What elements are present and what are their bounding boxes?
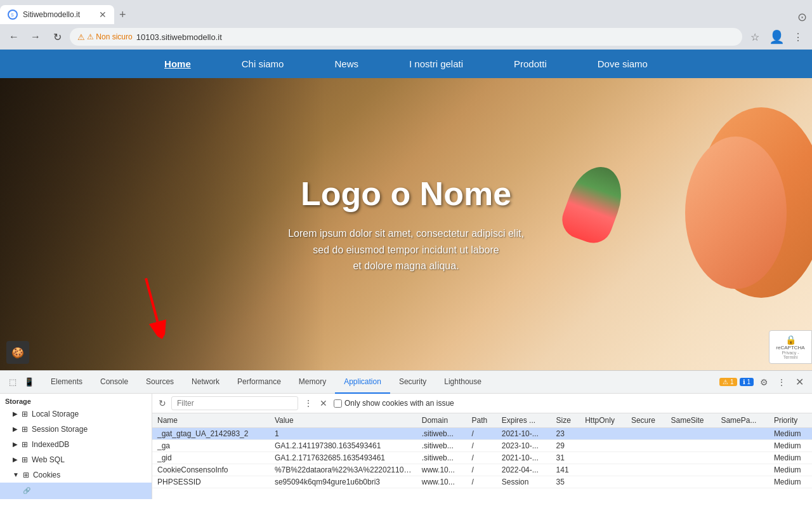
filter-input[interactable]	[171, 396, 298, 410]
hero-section: Logo o Nome Lorem ipsum dolor sit amet, …	[0, 78, 812, 370]
sidebar-indexeddb[interactable]: ▶ ⊞ IndexedDB	[0, 437, 152, 452]
back-button[interactable]: ←	[5, 28, 23, 46]
table-cell: Medium	[769, 428, 812, 440]
table-cell: 2021-10-...	[497, 452, 551, 464]
recaptcha-badge: 🔒 reCAPTCHA Privacy - Termini	[769, 330, 812, 364]
website-content: Home Chi siamo News I nostri gelati Prod…	[0, 50, 812, 370]
tab-bar: S Sitiwebmodello.it ✕ + ⊙	[0, 0, 812, 24]
warn-badge: ⚠ 1	[719, 378, 737, 386]
devtools-tab-actions: ⚠ 1 ℹ 1 ⚙ ⋮ ✕	[719, 375, 807, 390]
show-issues-checkbox-label[interactable]: Only show cookies with an issue	[334, 399, 454, 408]
filter-options-icon[interactable]: ⋮	[302, 397, 315, 410]
table-cell: Medium	[769, 452, 812, 464]
nav-home[interactable]: Home	[139, 50, 216, 78]
expand-arrow-cookies: ▼	[13, 469, 19, 481]
local-storage-icon: ⊞	[22, 408, 28, 420]
settings-icon[interactable]: ⚙	[756, 375, 771, 390]
table-row[interactable]: CookieConsensoInfo%7B%22dataora%22%3A%22…	[152, 464, 812, 476]
table-cell: GA1.2.141197380.1635493461	[270, 440, 417, 452]
table-cell: .sitiweb...	[417, 452, 467, 464]
show-issues-checkbox[interactable]	[334, 399, 342, 408]
table-cell	[716, 464, 769, 476]
more-options-icon[interactable]: ⋮	[774, 375, 789, 390]
local-storage-label: Local Storage	[32, 408, 79, 420]
tab-elements[interactable]: Elements	[42, 371, 91, 394]
table-cell: PHPSESSID	[152, 476, 270, 488]
site-navigation: Home Chi siamo News I nostri gelati Prod…	[0, 50, 812, 78]
tab-lighthouse[interactable]: Lighthouse	[435, 371, 490, 394]
address-text: 10103.sitiwebmodello.it	[136, 32, 222, 42]
refresh-cookies-button[interactable]: ↻	[157, 397, 167, 410]
device-icon[interactable]: 📱	[22, 375, 37, 390]
table-cell: .sitiweb...	[417, 440, 467, 452]
table-cell	[666, 476, 716, 488]
info-badge: ℹ 1	[740, 378, 754, 386]
menu-button[interactable]: ⋮	[789, 28, 807, 46]
cookies-label: Cookies	[33, 469, 60, 481]
bookmark-button[interactable]: ☆	[746, 28, 764, 46]
tab-close-button[interactable]: ✕	[99, 10, 107, 20]
forward-button[interactable]: →	[27, 28, 44, 46]
tab-memory[interactable]: Memory	[290, 371, 335, 394]
table-cell: 35	[551, 476, 580, 488]
tab-console[interactable]: Console	[91, 371, 137, 394]
sidebar-web-sql[interactable]: ▶ ⊞ Web SQL	[0, 452, 152, 467]
tab-sources[interactable]: Sources	[137, 371, 183, 394]
col-samesite: SameSite	[666, 413, 716, 428]
devtools-body: Storage ▶ ⊞ Local Storage ▶ ⊞ Session St…	[0, 394, 812, 499]
address-actions: ☆ 👤 ⋮	[746, 28, 807, 46]
tab-performance[interactable]: Performance	[228, 371, 290, 394]
expand-arrow-indexed: ▶	[13, 438, 18, 451]
address-input[interactable]: ⚠ ⚠ Non sicuro 10103.sitiwebmodello.it	[70, 28, 742, 46]
table-cell: se95094k6qm94gure1u6b0bri3	[270, 476, 417, 488]
profile-button[interactable]: 👤	[768, 28, 785, 46]
table-cell: www.10...	[417, 464, 467, 476]
nav-dove-siamo[interactable]: Dove siamo	[572, 50, 673, 78]
web-sql-label: Web SQL	[32, 453, 65, 466]
tab-security[interactable]: Security	[390, 371, 435, 394]
cookies-table: Name Value Domain Path Expires ... Size …	[152, 413, 812, 499]
filter-icons: ⋮ ✕	[302, 397, 330, 410]
table-cell	[626, 464, 666, 476]
col-size: Size	[551, 413, 580, 428]
table-cell: 2022-04-...	[497, 464, 551, 476]
tab-application[interactable]: Application	[335, 371, 390, 394]
new-tab-button[interactable]: +	[114, 8, 131, 22]
cookie-button[interactable]: 🍪	[6, 341, 29, 364]
recaptcha-links: Privacy - Termini	[775, 351, 806, 359]
table-cell: %7B%22dataora%22%3A%2220211029094420%22%…	[270, 464, 417, 476]
inspect-icon[interactable]: ⬚	[5, 375, 20, 390]
table-row[interactable]: _gidGA1.2.1717632685.1635493461.sitiweb.…	[152, 452, 812, 464]
table-cell	[666, 440, 716, 452]
nav-gelati[interactable]: I nostri gelati	[384, 50, 488, 78]
sidebar-session-storage[interactable]: ▶ ⊞ Session Storage	[0, 422, 152, 437]
cookies-data-table: Name Value Domain Path Expires ... Size …	[152, 413, 812, 488]
table-row[interactable]: _gat_gtag_UA_2142983_21.sitiweb.../2021-…	[152, 428, 812, 440]
table-cell: Medium	[769, 476, 812, 488]
col-secure: Secure	[626, 413, 666, 428]
table-cell	[666, 464, 716, 476]
table-row[interactable]: PHPSESSIDse95094k6qm94gure1u6b0bri3www.1…	[152, 476, 812, 488]
table-cell: 1	[270, 428, 417, 440]
sidebar-local-storage[interactable]: ▶ ⊞ Local Storage	[0, 406, 152, 422]
close-devtools-icon[interactable]: ✕	[792, 375, 807, 390]
table-cell: CookieConsensoInfo	[152, 464, 270, 476]
nav-prodotti[interactable]: Prodotti	[488, 50, 572, 78]
cookie-site-icon: 🔗	[23, 487, 30, 494]
nav-chi-siamo[interactable]: Chi siamo	[216, 50, 310, 78]
nav-news[interactable]: News	[309, 50, 384, 78]
sidebar-cookies-site1[interactable]: 🔗 http://www.10103.sitiwebmodello.it	[0, 483, 152, 499]
hero-title: Logo o Nome	[288, 175, 524, 213]
clear-filter-icon[interactable]: ✕	[317, 397, 330, 410]
table-cell: 31	[551, 452, 580, 464]
table-row[interactable]: _gaGA1.2.141197380.1635493461.sitiweb...…	[152, 440, 812, 452]
refresh-button[interactable]: ↻	[48, 28, 66, 46]
table-cell: .sitiweb...	[417, 428, 467, 440]
expand-arrow-session: ▶	[13, 423, 18, 436]
svg-text:S: S	[11, 13, 14, 17]
sidebar-cookies[interactable]: ▼ ⊞ Cookies	[0, 467, 152, 483]
active-tab[interactable]: S Sitiwebmodello.it ✕	[0, 5, 114, 24]
web-sql-icon: ⊞	[22, 453, 28, 466]
browser-chrome: S Sitiwebmodello.it ✕ + ⊙ ← → ↻ ⚠ ⚠ Non …	[0, 0, 812, 50]
tab-network[interactable]: Network	[183, 371, 228, 394]
